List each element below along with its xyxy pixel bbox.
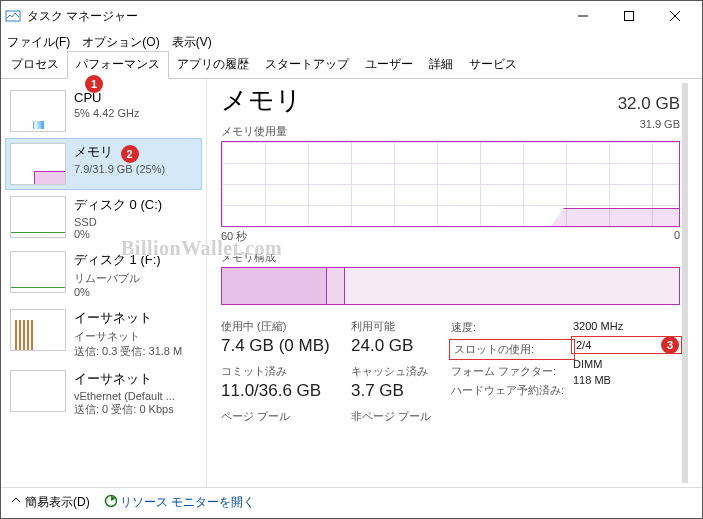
annotation-badge-3: 3 <box>661 336 679 354</box>
resource-monitor-icon <box>104 494 118 508</box>
sidebar-item-memory[interactable]: メモリ 2 7.9/31.9 GB (25%) <box>5 138 202 190</box>
axis-right: 0 <box>674 229 680 244</box>
slots-highlight-value: 2/4 3 <box>571 336 682 354</box>
slots-label: スロットの使用: <box>454 342 534 357</box>
memory-total: 32.0 GB <box>618 94 680 114</box>
footer: 簡易表示(D) リソース モニターを開く <box>1 487 702 517</box>
avail-value: 24.0 GB <box>351 336 451 356</box>
window-title: タスク マネージャー <box>27 8 560 25</box>
titlebar: タスク マネージャー <box>1 1 702 31</box>
usage-chart-max: 31.9 GB <box>640 118 680 139</box>
slots-highlight: スロットの使用: <box>449 339 575 360</box>
axis-left: 60 秒 <box>221 229 247 244</box>
sidebar-sub: イーサネット <box>74 329 197 344</box>
annotation-badge-1: 1 <box>85 75 103 93</box>
memory-composition-chart[interactable] <box>221 267 680 305</box>
form-label: フォーム ファクター: <box>451 364 556 379</box>
svg-rect-2 <box>625 12 634 21</box>
tab-users[interactable]: ユーザー <box>357 52 421 78</box>
page-title: メモリ <box>221 83 302 118</box>
sidebar-label: ディスク 0 (C:) <box>74 196 197 214</box>
slots-value: 2/4 <box>576 339 591 351</box>
sidebar-sub2: 0% <box>74 228 197 240</box>
form-value: DIMM <box>573 358 602 370</box>
sidebar-sub2: 送信: 0 受信: 0 Kbps <box>74 402 197 417</box>
app-icon <box>5 8 21 24</box>
scrollbar[interactable] <box>682 83 688 483</box>
disk-thumbnail <box>10 196 66 238</box>
memory-usage-chart[interactable] <box>221 141 680 227</box>
composition-label: メモリ構成 <box>221 250 680 265</box>
sidebar: CPU 5% 4.42 GHz メモリ 2 7.9/31.9 GB (25%) … <box>1 79 207 487</box>
tab-services[interactable]: サービス <box>461 52 525 78</box>
cache-value: 3.7 GB <box>351 381 451 401</box>
content-area: CPU 5% 4.42 GHz メモリ 2 7.9/31.9 GB (25%) … <box>1 79 702 487</box>
tab-bar: プロセス パフォーマンス アプリの履歴 スタートアップ ユーザー 詳細 サービス <box>1 53 702 79</box>
sidebar-item-disk1[interactable]: ディスク 1 (F:) リムーバブル 0% <box>5 246 202 303</box>
close-button[interactable] <box>652 1 698 31</box>
sidebar-label: イーサネット <box>74 309 197 327</box>
sidebar-sub: 5% 4.42 GHz <box>74 107 197 119</box>
usage-chart-label: メモリ使用量 <box>221 124 287 139</box>
inuse-label: 使用中 (圧縮) <box>221 319 351 334</box>
hw-value: 118 MB <box>573 374 611 386</box>
tab-app-history[interactable]: アプリの履歴 <box>169 52 257 78</box>
sidebar-item-ethernet-1[interactable]: イーサネット イーサネット 送信: 0.3 受信: 31.8 M <box>5 304 202 364</box>
cache-label: キャッシュ済み <box>351 364 451 379</box>
paged-label: ページ プール <box>221 409 351 424</box>
minimize-button[interactable] <box>560 1 606 31</box>
annotation-badge-2: 2 <box>121 145 139 163</box>
sidebar-item-ethernet-2[interactable]: イーサネット vEthernet (Default ... 送信: 0 受信: … <box>5 365 202 422</box>
commit-value: 11.0/36.6 GB <box>221 381 351 401</box>
sidebar-sub2: 送信: 0.3 受信: 31.8 M <box>74 344 197 359</box>
sidebar-sub: 7.9/31.9 GB (25%) <box>74 163 197 175</box>
chevron-down-icon <box>11 496 21 506</box>
tab-details[interactable]: 詳細 <box>421 52 461 78</box>
tab-processes[interactable]: プロセス <box>3 52 67 78</box>
brief-view-toggle[interactable]: 簡易表示(D) <box>11 494 90 511</box>
window-controls <box>560 1 698 31</box>
ethernet-thumbnail <box>10 370 66 412</box>
tab-performance[interactable]: パフォーマンス <box>67 51 169 79</box>
cpu-thumbnail <box>10 90 66 132</box>
memory-stats: 使用中 (圧縮) 7.4 GB (0 MB) コミット済み 11.0/36.6 … <box>221 319 680 424</box>
maximize-button[interactable] <box>606 1 652 31</box>
menu-view[interactable]: 表示(V) <box>172 34 212 51</box>
sidebar-label: イーサネット <box>74 370 197 388</box>
sidebar-label: メモリ 2 <box>74 143 197 161</box>
memory-thumbnail <box>10 143 66 185</box>
inuse-value: 7.4 GB (0 MB) <box>221 336 351 356</box>
speed-value: 3200 MHz <box>573 320 623 332</box>
disk-thumbnail <box>10 251 66 293</box>
sidebar-sub: vEthernet (Default ... <box>74 390 197 402</box>
sidebar-label: ディスク 1 (F:) <box>74 251 197 269</box>
nonpaged-label: 非ページ プール <box>351 409 451 424</box>
main-panel: メモリ 32.0 GB メモリ使用量 31.9 GB 60 秒 0 メモリ構成 … <box>207 79 702 487</box>
sidebar-item-disk0[interactable]: ディスク 0 (C:) SSD 0% <box>5 191 202 245</box>
ethernet-thumbnail <box>10 309 66 351</box>
avail-label: 利用可能 <box>351 319 451 334</box>
menu-options[interactable]: オプション(O) <box>82 34 159 51</box>
sidebar-sub2: 0% <box>74 286 197 298</box>
tab-startup[interactable]: スタートアップ <box>257 52 357 78</box>
sidebar-item-cpu[interactable]: CPU 5% 4.42 GHz <box>5 85 202 137</box>
open-resource-monitor-link[interactable]: リソース モニターを開く <box>104 494 255 511</box>
commit-label: コミット済み <box>221 364 351 379</box>
sidebar-sub: SSD <box>74 216 197 228</box>
hw-label: ハードウェア予約済み: <box>451 383 564 398</box>
speed-label: 速度: <box>451 320 476 335</box>
sidebar-sub: リムーバブル <box>74 271 197 286</box>
menu-bar: ファイル(F) オプション(O) 表示(V) <box>1 31 702 53</box>
menu-file[interactable]: ファイル(F) <box>7 34 70 51</box>
